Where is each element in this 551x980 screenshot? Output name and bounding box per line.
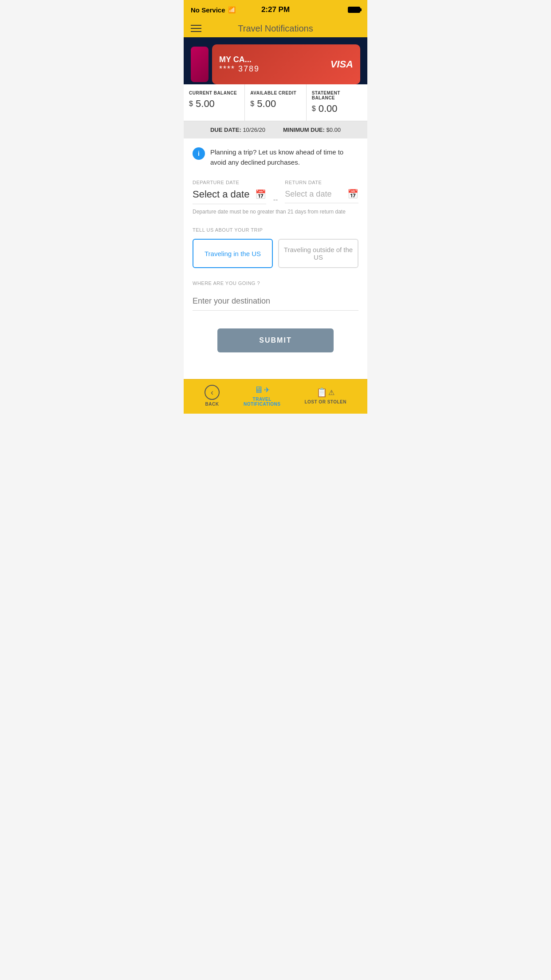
departure-date-field: DEPARTURE DATE Select a date 📅 (193, 180, 266, 204)
card-network: VISA (331, 59, 353, 70)
info-box: i Planning a trip? Let us know ahead of … (193, 147, 358, 167)
status-bar: No Service 📶 2:27 PM (184, 0, 367, 20)
return-date-label: RETURN DATE (285, 180, 358, 185)
lost-or-stolen-icon: 📋 ⚠ (316, 387, 335, 398)
card-previous (191, 47, 209, 82)
page-title: Travel Notifications (238, 24, 313, 34)
trip-options: Traveling in the US Traveling outside of… (193, 239, 358, 268)
wifi-icon: 📶 (228, 6, 236, 13)
nav-lost-label: LOST OR STOLEN (304, 399, 346, 404)
card-name: MY CA... (219, 55, 260, 64)
status-time: 2:27 PM (261, 5, 290, 14)
available-credit-label: AVAILABLE CREDIT (250, 91, 300, 95)
nav-travel-notifications[interactable]: 🖥 ✈ TRAVELNOTIFICATIONS (244, 385, 281, 407)
statement-balance-item: STATEMENT BALANCE $ 0.00 (307, 84, 367, 121)
available-credit-amount: $ 5.00 (250, 98, 300, 110)
current-balance-amount: $ 5.00 (189, 98, 239, 110)
warning-icon: ⚠ (328, 388, 335, 397)
credit-card[interactable]: MY CA... **** 3789 VISA (212, 44, 360, 84)
card-number: **** 3789 (219, 64, 260, 74)
available-credit-item: AVAILABLE CREDIT $ 5.00 (245, 84, 306, 121)
return-date-value: Select a date (285, 190, 331, 199)
current-balance-item: CURRENT BALANCE $ 5.00 (184, 84, 245, 121)
trip-option-us[interactable]: Traveling in the US (193, 239, 273, 268)
due-date: DUE DATE: 10/26/20 (210, 126, 265, 133)
statement-balance-label: STATEMENT BALANCE (312, 91, 362, 100)
due-section: DUE DATE: 10/26/20 MINIMUM DUE: $0.00 (184, 121, 367, 138)
main-content: i Planning a trip? Let us know ahead of … (184, 138, 367, 379)
destination-section: WHERE ARE YOU GOING ? (193, 281, 358, 311)
departure-date-label: DEPARTURE DATE (193, 180, 266, 185)
return-calendar-icon[interactable]: 📅 (347, 189, 358, 199)
departure-calendar-icon[interactable]: 📅 (255, 189, 266, 200)
battery-icon (348, 7, 360, 13)
departure-date-value: Select a date (193, 189, 249, 200)
signal-text: No Service (191, 6, 225, 14)
submit-button[interactable]: SUBMIT (217, 328, 334, 352)
nav-travel-label: TRAVELNOTIFICATIONS (244, 397, 281, 407)
minimum-due: MINIMUM DUE: $0.00 (283, 126, 341, 133)
header: Travel Notifications (184, 20, 367, 37)
bottom-nav: ‹ BACK 🖥 ✈ TRAVELNOTIFICATIONS 📋 ⚠ LOST … (184, 379, 367, 414)
departure-date-input[interactable]: Select a date 📅 (193, 189, 266, 204)
destination-label: WHERE ARE YOU GOING ? (193, 281, 358, 286)
trip-section-label: TELL US ABOUT YOUR TRIP (193, 227, 358, 233)
back-circle-icon: ‹ (205, 385, 220, 400)
card-section: MY CA... **** 3789 VISA (184, 37, 367, 84)
nav-back-label: BACK (205, 402, 219, 407)
hamburger-menu[interactable] (191, 25, 201, 32)
nav-back[interactable]: ‹ BACK (205, 385, 220, 407)
return-date-field: RETURN DATE Select a date 📅 (285, 180, 358, 203)
return-date-input[interactable]: Select a date 📅 (285, 189, 358, 203)
current-balance-label: CURRENT BALANCE (189, 91, 239, 95)
statement-balance-amount: $ 0.00 (312, 103, 362, 115)
date-section: DEPARTURE DATE Select a date 📅 -- RETURN… (193, 180, 358, 204)
screen-icon: 🖥 (254, 385, 263, 395)
info-icon: i (193, 147, 205, 160)
date-separator: -- (273, 180, 278, 204)
info-text: Planning a trip? Let us know ahead of ti… (210, 147, 358, 167)
list-icon: 📋 (316, 387, 327, 398)
trip-option-international[interactable]: Traveling outside of the US (278, 239, 358, 268)
plane-icon: ✈ (264, 386, 270, 394)
destination-input[interactable] (193, 292, 358, 311)
travel-notifications-icon: 🖥 ✈ (254, 385, 270, 395)
date-hint: Departure date must be no greater than 2… (193, 209, 358, 215)
nav-lost-or-stolen[interactable]: 📋 ⚠ LOST OR STOLEN (304, 387, 346, 404)
balance-section: CURRENT BALANCE $ 5.00 AVAILABLE CREDIT … (184, 84, 367, 121)
